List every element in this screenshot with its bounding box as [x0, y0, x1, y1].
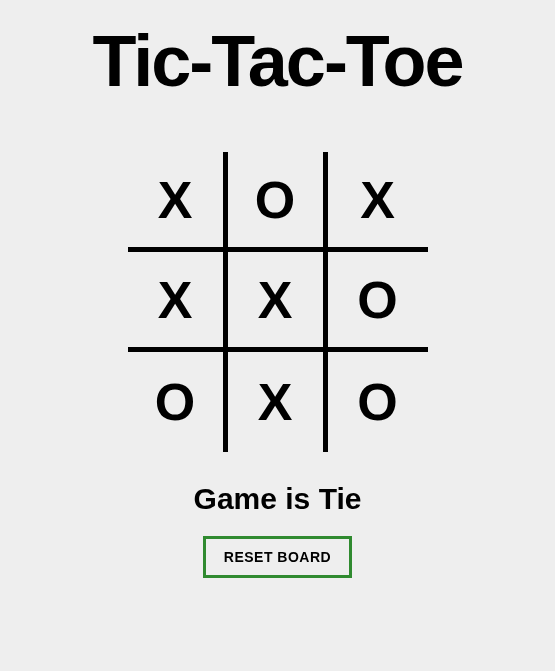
cell-0-0[interactable]: X	[128, 152, 228, 252]
cell-2-2[interactable]: O	[328, 352, 428, 452]
cell-2-0[interactable]: O	[128, 352, 228, 452]
cell-2-1[interactable]: X	[228, 352, 328, 452]
cell-0-2[interactable]: X	[328, 152, 428, 252]
cell-1-0[interactable]: X	[128, 252, 228, 352]
reset-button[interactable]: RESET BOARD	[203, 536, 352, 578]
game-status: Game is Tie	[194, 482, 362, 516]
game-title: Tic-Tac-Toe	[92, 20, 462, 102]
cell-0-1[interactable]: O	[228, 152, 328, 252]
cell-1-1[interactable]: X	[228, 252, 328, 352]
cell-1-2[interactable]: O	[328, 252, 428, 352]
game-board: X O X X X O O X O	[128, 152, 428, 452]
